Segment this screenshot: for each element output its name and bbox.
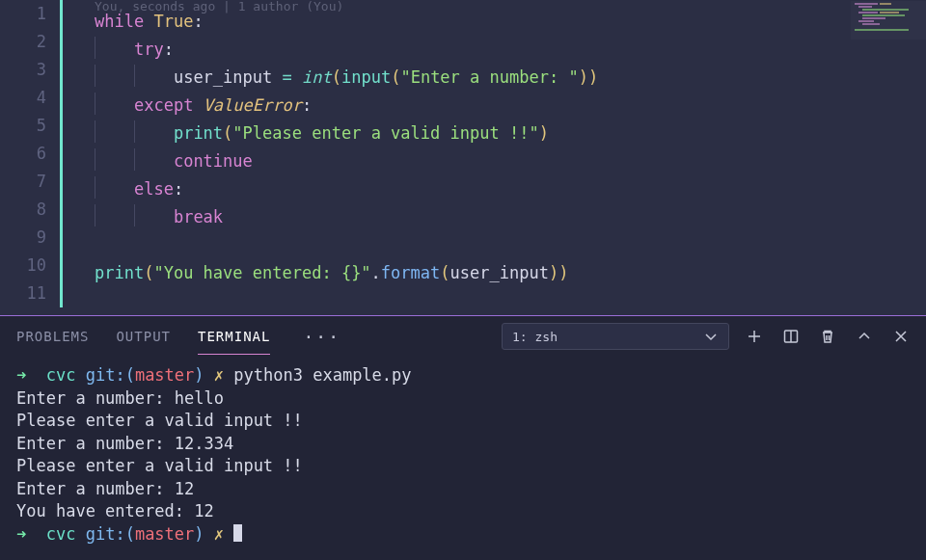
line-number-gutter: 1 2 3 4 5 6 7 8 9 10 11 — [0, 0, 56, 307]
svg-rect-7 — [862, 14, 905, 16]
line-number: 2 — [0, 28, 56, 56]
svg-rect-5 — [858, 12, 878, 13]
close-icon[interactable] — [893, 329, 909, 344]
svg-rect-11 — [855, 29, 909, 31]
chevron-down-icon — [703, 329, 719, 344]
terminal-cursor — [233, 524, 242, 542]
tab-output[interactable]: OUTPUT — [116, 329, 171, 344]
terminal-selector-dropdown[interactable]: 1: zsh — [502, 323, 729, 350]
line-number: 6 — [0, 140, 56, 168]
line-number: 5 — [0, 112, 56, 140]
svg-rect-3 — [858, 6, 872, 8]
terminal-line: Please enter a valid input !! — [16, 410, 910, 433]
plus-icon[interactable] — [747, 329, 762, 344]
code-editor[interactable]: 1 2 3 4 5 6 7 8 9 10 11 You, seconds ago… — [0, 0, 926, 315]
line-number: 9 — [0, 224, 56, 252]
bottom-panel: PROBLEMS OUTPUT TERMINAL ··· 1: zsh ➜ cv… — [0, 316, 926, 560]
chevron-up-icon[interactable] — [857, 329, 872, 344]
minimap[interactable] — [851, 1, 926, 40]
terminal-line: Enter a number: hello — [16, 387, 910, 411]
line-number: 1 — [0, 0, 56, 28]
svg-rect-1 — [855, 3, 878, 5]
svg-rect-8 — [862, 17, 885, 19]
line-number: 4 — [0, 84, 56, 112]
terminal-line: Enter a number: 12 — [16, 478, 910, 501]
svg-rect-4 — [862, 9, 909, 11]
svg-rect-10 — [862, 23, 880, 25]
line-number: 8 — [0, 196, 56, 224]
terminal-output[interactable]: ➜ cvc git:(master) ✗ python3 example.py … — [0, 357, 926, 546]
line-number: 3 — [0, 56, 56, 84]
svg-rect-2 — [880, 3, 891, 5]
panel-tabbar: PROBLEMS OUTPUT TERMINAL ··· 1: zsh — [0, 316, 926, 357]
tab-problems[interactable]: PROBLEMS — [16, 329, 89, 344]
line-number: 7 — [0, 168, 56, 196]
git-change-indicator — [60, 0, 63, 307]
code-content[interactable]: while True: try: user_input = int(input(… — [95, 8, 598, 287]
svg-rect-6 — [880, 12, 899, 13]
tab-terminal[interactable]: TERMINAL — [198, 329, 270, 344]
svg-rect-9 — [858, 20, 874, 22]
trash-icon[interactable] — [820, 329, 835, 344]
tab-more[interactable]: ··· — [303, 327, 340, 347]
terminal-selector-label: 1: zsh — [512, 330, 558, 344]
split-panel-icon[interactable] — [783, 329, 799, 344]
line-number: 11 — [0, 280, 56, 307]
terminal-line: Please enter a valid input !! — [16, 455, 910, 478]
line-number: 10 — [0, 252, 56, 280]
terminal-line: You have entered: 12 — [16, 500, 910, 523]
terminal-line: Enter a number: 12.334 — [16, 433, 910, 456]
